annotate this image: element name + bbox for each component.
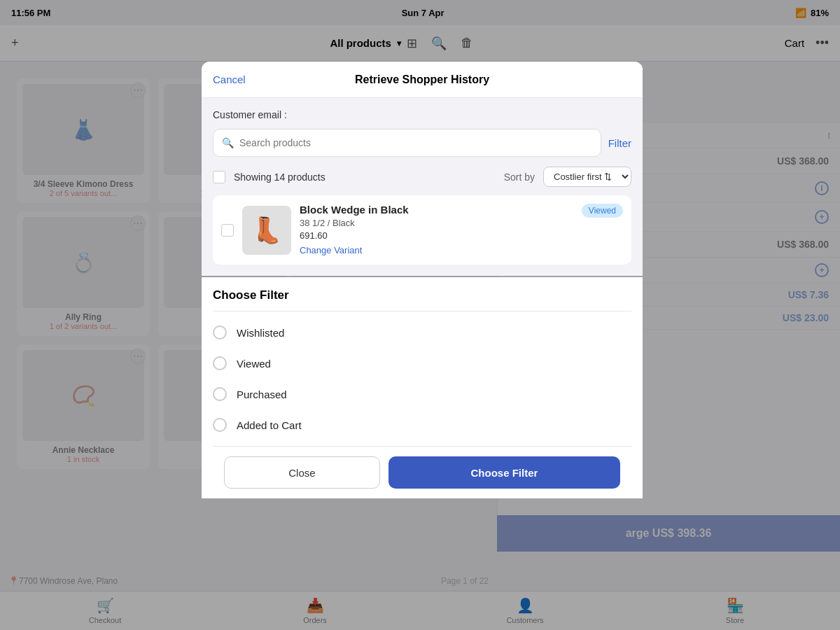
choose-filter-modal: Choose Filter Wishlisted Viewed Purchase… [202,277,643,498]
sort-select[interactable]: Costlier first ⇅ Cheaper first A-Z Z-A [543,167,631,187]
filter-options: Wishlisted Viewed Purchased Added to Car… [213,312,631,446]
filter-option[interactable]: Purchased [213,379,631,410]
select-all-checkbox[interactable] [213,171,225,183]
product-image: 👢 [242,206,291,255]
radio-button[interactable] [213,326,227,340]
product-item: 👢 Block Wedge in Black 38 1/2 / Black 69… [213,195,631,265]
filter-option-label: Viewed [237,358,271,370]
shopper-history-modal: Cancel Retrieve Shopper History Customer… [202,62,643,276]
customer-email-label: Customer email : [213,109,631,120]
showing-count: Showing 14 products [234,172,496,183]
choose-filter-button[interactable]: Choose Filter [388,456,620,489]
modal-container: Cancel Retrieve Shopper History Customer… [202,62,643,498]
search-input-wrap: 🔍 [213,129,601,157]
radio-button[interactable] [213,387,227,401]
filter-option-label: Purchased [237,388,287,400]
radio-button[interactable] [213,356,227,370]
sort-label: Sort by [504,172,535,183]
search-row: 🔍 Filter [213,129,631,157]
modal-body: Customer email : 🔍 Filter Showing 14 pro… [202,98,643,276]
filter-option[interactable]: Added to Cart [213,410,631,440]
product-image-icon: 👢 [251,216,283,245]
product-info: Block Wedge in Black 38 1/2 / Black 691.… [300,204,573,256]
cancel-button[interactable]: Cancel [213,74,246,85]
close-button[interactable]: Close [224,456,380,489]
filter-option-label: Added to Cart [237,419,302,431]
search-icon: 🔍 [222,137,234,148]
product-checkbox[interactable] [221,224,234,237]
product-name: Block Wedge in Black [300,204,573,216]
modal-actions: Close Choose Filter [213,446,631,498]
radio-button[interactable] [213,418,227,432]
filter-option[interactable]: Viewed [213,348,631,379]
viewed-badge: Viewed [582,204,623,218]
product-price: 691.60 [300,230,573,241]
modal-title: Retrieve Shopper History [355,74,489,86]
search-input[interactable] [239,137,592,148]
filter-button[interactable]: Filter [608,137,631,149]
product-variant: 38 1/2 / Black [300,218,573,228]
modal-header: Cancel Retrieve Shopper History [202,62,643,98]
filter-option[interactable]: Wishlisted [213,317,631,348]
change-variant-button[interactable]: Change Variant [300,245,362,255]
choose-filter-title: Choose Filter [213,277,631,312]
showing-row: Showing 14 products Sort by Costlier fir… [213,167,631,187]
filter-option-label: Wishlisted [237,327,284,339]
